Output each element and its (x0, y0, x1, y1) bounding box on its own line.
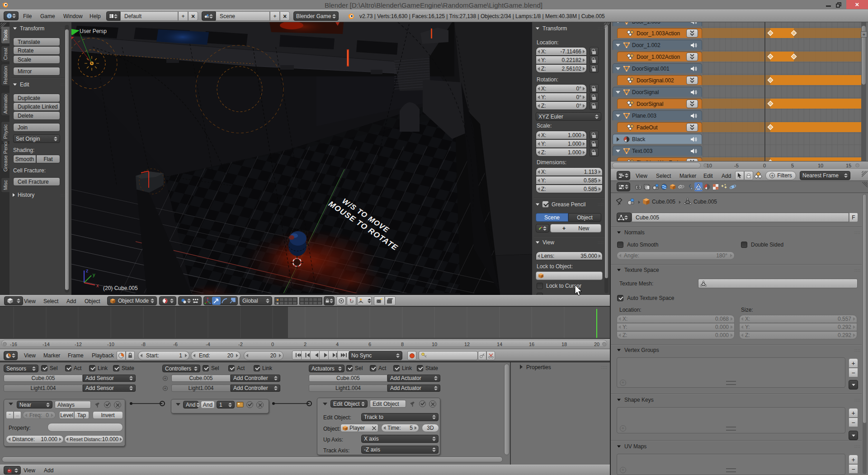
svg-text:z: z (86, 268, 89, 273)
svg-text:i: i (9, 14, 10, 18)
svg-text:User Persp: User Persp (80, 28, 107, 34)
svg-text:(20) Cube.005: (20) Cube.005 (103, 285, 138, 291)
svg-text:y: y (93, 272, 95, 277)
svg-text:x: x (96, 283, 99, 288)
